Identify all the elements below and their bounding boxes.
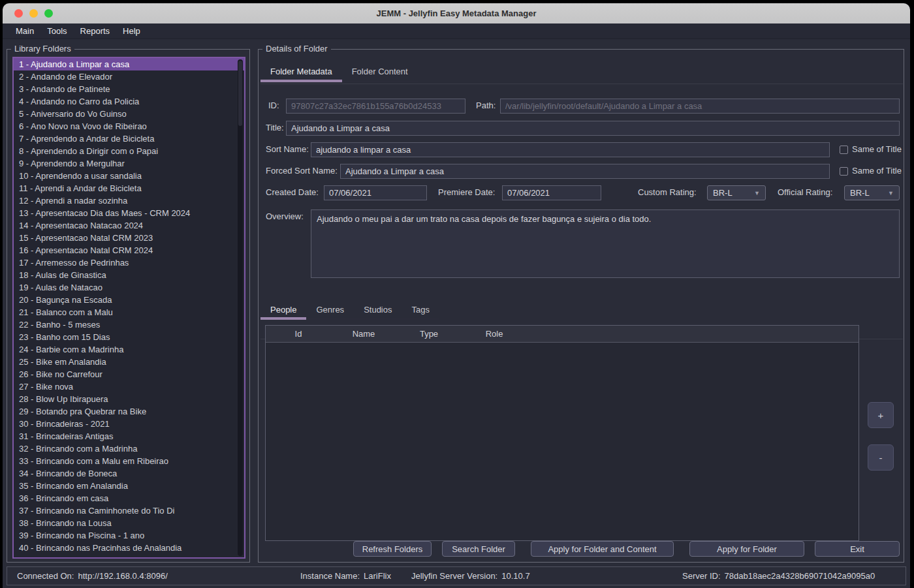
list-item[interactable]: 17 - Arremesso de Pedrinhas — [14, 256, 244, 269]
menu-item-main[interactable]: Main — [9, 26, 40, 36]
sort-name-field[interactable] — [311, 142, 830, 157]
connected-on-value: http://192.168.0.4:8096/ — [78, 571, 167, 581]
sort-name-same-of-title-checkbox[interactable] — [840, 146, 848, 154]
premiere-date-label: Premiere Date: — [438, 185, 495, 200]
search-folder-button[interactable]: Search Folder — [442, 541, 515, 557]
forced-sort-name-label: Forced Sort Name: — [266, 164, 338, 178]
official-rating-dropdown[interactable]: BR-L ▼ — [844, 185, 900, 200]
menu-item-help[interactable]: Help — [116, 26, 147, 36]
premiere-date-field[interactable] — [502, 185, 601, 200]
list-item[interactable]: 34 - Brincando de Boneca — [14, 467, 244, 480]
forced-sort-name-same-of-title-label: Same of Title — [852, 164, 902, 178]
overview-label: Overview: — [266, 209, 304, 224]
list-item[interactable]: 35 - Brincando em Analandia — [14, 480, 244, 492]
list-item[interactable]: 19 - Aulas de Natacao — [14, 281, 244, 294]
list-item[interactable]: 26 - Bike no Carrefour — [14, 368, 244, 380]
list-item[interactable]: 33 - Brincando com a Malu em Ribeirao — [14, 455, 244, 467]
library-scrollbar-thumb[interactable] — [238, 61, 242, 126]
title-field[interactable] — [286, 121, 900, 136]
list-item[interactable]: 29 - Botando pra Quebrar na Bike — [14, 405, 244, 418]
window-title: JEMM - Jellyfin Easy Metadata Manager — [377, 8, 537, 18]
server-id-status: Server ID:78dab18aec2a4328b69071042a9095… — [682, 567, 875, 585]
column-header-role[interactable]: Role — [462, 326, 527, 342]
list-item[interactable]: 11 - Aprendi a Andar de Bicicleta — [14, 182, 244, 194]
list-item[interactable]: 25 - Bike em Analandia — [14, 356, 244, 368]
list-item[interactable]: 16 - Apresentacao Natal CRM 2024 — [14, 244, 244, 256]
minimize-window-icon[interactable] — [29, 9, 38, 18]
list-item[interactable]: 23 - Banho com 15 Dias — [14, 331, 244, 343]
menu-bar: MainToolsReportsHelp — [3, 23, 910, 39]
list-item[interactable]: 22 - Banho - 5 meses — [14, 318, 244, 331]
list-item[interactable]: 6 - Ano Novo na Vovo de Ribeirao — [14, 120, 244, 132]
instance-name-value: LariFlix — [364, 571, 391, 581]
list-item[interactable]: 3 - Andando de Patinete — [14, 83, 244, 95]
list-item[interactable]: 8 - Aprendendo a Dirigir com o Papai — [14, 145, 244, 157]
server-version-status: Jellyfin Server Version:10.10.7 — [411, 567, 530, 585]
apply-for-folder-button[interactable]: Apply for Folder — [689, 541, 804, 557]
library-folders-group: Library Folders 1 - Ajudando a Limpar a … — [7, 49, 250, 563]
library-folders-label: Library Folders — [11, 44, 74, 54]
list-item[interactable]: 21 - Balanco com a Malu — [14, 306, 244, 318]
list-item[interactable]: 2 - Andando de Elevador — [14, 70, 244, 83]
apply-for-folder-and-content-button[interactable]: Apply for Folder and Content — [531, 541, 674, 557]
close-window-icon[interactable] — [14, 9, 23, 18]
list-item[interactable]: 27 - Bike nova — [14, 380, 244, 393]
library-scrollbar[interactable] — [238, 59, 243, 556]
list-item[interactable]: 12 - Aprendi a nadar sozinha — [14, 194, 244, 207]
column-header-type[interactable]: Type — [396, 326, 462, 342]
list-item[interactable]: 18 - Aulas de Ginastica — [14, 269, 244, 281]
column-header-name[interactable]: Name — [331, 326, 396, 342]
forced-sort-name-field[interactable] — [340, 164, 830, 179]
tab-genres[interactable]: Genres — [306, 301, 354, 318]
custom-rating-label: Custom Rating: — [638, 185, 697, 200]
list-item[interactable]: 13 - Apresentacao Dia das Maes - CRM 202… — [14, 207, 244, 219]
tab-folder-content[interactable]: Folder Content — [342, 63, 418, 81]
list-item[interactable]: 24 - Barbie com a Madrinha — [14, 343, 244, 356]
tab-studios[interactable]: Studios — [354, 301, 402, 318]
instance-name-status: Instance Name:LariFlix — [300, 567, 391, 585]
library-folders-list[interactable]: 1 - Ajudando a Limpar a casa2 - Andando … — [12, 57, 245, 559]
column-header-id[interactable]: Id — [266, 326, 331, 342]
list-item[interactable]: 4 - Andando no Carro da Policia — [14, 95, 244, 108]
forced-sort-name-same-of-title-checkbox[interactable] — [840, 167, 848, 176]
refresh-folders-button[interactable]: Refresh Folders — [353, 541, 432, 557]
custom-rating-dropdown[interactable]: BR-L ▼ — [707, 185, 766, 200]
tab-tags[interactable]: Tags — [402, 301, 439, 318]
list-item[interactable]: 10 - Aprendendo a usar sandalia — [14, 170, 244, 182]
list-item[interactable]: 36 - Brincando em casa — [14, 492, 244, 504]
tab-folder-metadata[interactable]: Folder Metadata — [260, 63, 342, 81]
list-item[interactable]: 15 - Apresentacao Natal CRM 2023 — [14, 232, 244, 244]
overview-field[interactable]: Ajudando o meu pai a dar um trato na cas… — [311, 209, 900, 278]
list-item[interactable]: 5 - Aniversario do Vo Guinso — [14, 108, 244, 120]
menu-item-reports[interactable]: Reports — [74, 26, 117, 36]
tab-people[interactable]: People — [260, 301, 306, 318]
list-item[interactable]: 1 - Ajudando a Limpar a casa — [14, 58, 244, 70]
list-item[interactable]: 38 - Brincando na Lousa — [14, 517, 244, 529]
list-item[interactable]: 7 - Aprendendo a Andar de Bicicleta — [14, 132, 244, 145]
zoom-window-icon[interactable] — [44, 9, 53, 18]
details-tabs: Folder MetadataFolder Content — [260, 63, 418, 82]
list-item[interactable]: 31 - Brincadeiras Antigas — [14, 430, 244, 442]
menu-item-tools[interactable]: Tools — [40, 26, 73, 36]
remove-row-button[interactable]: - — [868, 444, 894, 471]
list-item[interactable]: 30 - Brincadeiras - 2021 — [14, 418, 244, 430]
people-table[interactable]: IdNameTypeRole — [265, 325, 859, 541]
details-of-folder-label: Details of Folder — [262, 44, 331, 54]
exit-button[interactable]: Exit — [815, 541, 900, 557]
connected-on-label: Connected On: — [17, 571, 74, 581]
chevron-down-icon: ▼ — [888, 190, 894, 196]
list-item[interactable]: 39 - Brincando na Piscina - 1 ano — [14, 529, 244, 542]
list-item[interactable]: 28 - Blow Up Ibirapuera — [14, 393, 244, 405]
title-bar: JEMM - Jellyfin Easy Metadata Manager — [3, 3, 910, 23]
title-label: Title: — [266, 121, 284, 135]
created-date-field[interactable] — [324, 185, 427, 200]
list-item[interactable]: 32 - Brincando com a Madrinha — [14, 442, 244, 455]
list-item[interactable]: 14 - Apresentacao Natacao 2024 — [14, 219, 244, 232]
list-item[interactable]: 37 - Brincando na Caminhonete do Tio Di — [14, 504, 244, 517]
server-id-label: Server ID: — [682, 571, 721, 581]
list-item[interactable]: 40 - Brincando nas Pracinhas de Analandi… — [14, 542, 244, 554]
id-label: ID: — [268, 99, 279, 113]
list-item[interactable]: 9 - Aprendendo a Mergulhar — [14, 157, 244, 170]
add-row-button[interactable]: + — [868, 402, 894, 428]
list-item[interactable]: 20 - Bagunça na Escada — [14, 294, 244, 306]
